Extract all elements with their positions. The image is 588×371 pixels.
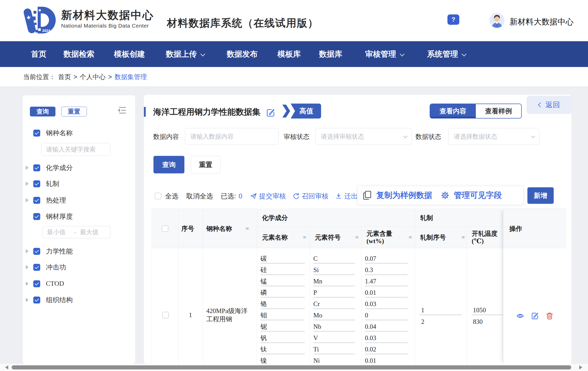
max-value-input[interactable] [80,229,104,236]
element-row: 磷P0.01 [152,287,503,298]
view-row-icon[interactable] [516,312,524,320]
avatar[interactable] [489,13,504,28]
field-label: 钢材厚度 [46,212,73,221]
sidebar-field-chemistry: 化学成分 [26,163,73,172]
sidebar-field-steel-name: 钢种名称 [26,128,73,138]
copy-as-sample-button[interactable]: 复制为样例数据 [376,190,432,201]
sidebar-field-mechanical: 力学性能 [26,247,73,256]
edit-title-icon[interactable] [266,108,275,117]
edit-row-icon[interactable] [531,312,539,320]
expand-icon[interactable] [26,166,31,170]
keyword-search-input[interactable] [41,143,110,156]
breadcrumb-home[interactable]: 首页 [58,73,71,81]
chevron-left-icon [538,102,543,107]
nav-item-audit-manage[interactable]: 审核管理 [365,41,403,67]
expand-icon[interactable] [26,298,31,302]
checkbox-heat[interactable] [33,197,40,204]
checkbox-structure[interactable] [33,297,40,303]
thickness-range-input: - [43,226,110,238]
manage-visible-fields-button[interactable]: 管理可见字段 [454,190,502,201]
sort-icon[interactable] [461,234,465,240]
back-button[interactable]: 返回 [527,96,572,114]
expand-icon[interactable] [26,265,31,269]
recall-audit-button[interactable]: 召回审核 [293,192,329,201]
reset-button[interactable]: 重置 [191,156,221,173]
delete-row-icon[interactable] [546,312,553,320]
element-row: 钼Mo0 [152,310,503,321]
collapse-sidebar-icon[interactable] [117,106,127,114]
gear-icon [440,190,450,200]
download-icon [335,193,342,199]
deselect-all-button[interactable]: 取消全选 [186,192,213,201]
site-logo-icon: 2024 [23,4,57,37]
checkbox-steel-name[interactable] [33,130,40,137]
app: 2024 新材料大数据中心 National Materials Big Dat… [0,0,588,371]
breadcrumb-prefix: 当前位置： [23,73,55,81]
selected-count: 0 [239,192,242,200]
filter-sidebar: 查询 重置 钢种名称 化学成分 轧制 热处理 [23,95,135,364]
sidebar-field-rolling: 轧制 [26,179,59,188]
audit-status-select[interactable]: 请选择审核状态 [315,128,412,145]
checkbox-chemistry[interactable] [33,164,40,171]
nav-item-system-manage[interactable]: 系统管理 [427,41,465,67]
nav-item-data-search[interactable]: 数据检索 [63,41,94,67]
col-elem-symbol-header: 元素符号 [315,233,341,241]
user-name[interactable]: 新材料大数据中心 [510,16,574,27]
element-row: 硅Si0.3 [152,264,503,276]
sidebar-reset-button[interactable]: 重置 [61,107,87,116]
sort-icon[interactable] [355,234,359,240]
sidebar-query-button[interactable]: 查询 [30,107,55,116]
content-filter-input[interactable] [185,128,279,145]
nav-item-template-library[interactable]: 模板库 [277,41,301,67]
scroll-left-arrow-icon[interactable] [3,365,8,369]
checkbox-thickness[interactable] [33,213,40,220]
nav-item-home[interactable]: 首页 [31,41,46,67]
scroll-right-arrow-icon[interactable] [579,365,584,369]
back-label: 返回 [545,100,560,110]
query-button[interactable]: 查询 [153,156,184,173]
header: 2024 新材料大数据中心 National Materials Big Dat… [0,0,588,41]
expand-icon[interactable] [26,182,31,186]
expand-icon[interactable] [26,249,31,253]
sort-icon[interactable] [303,234,306,240]
sort-icon[interactable] [409,234,412,240]
rolling-seq-2: 2 [421,316,424,327]
main-nav: 首页 数据检索 模板创建 数据上传 数据发布 模板库 数据库 审核管理 系统管理 [0,41,588,67]
scrollbar-thumb[interactable] [12,365,571,369]
recall-icon [293,193,299,199]
checkbox-impact[interactable] [33,264,40,271]
checkbox-ctod[interactable] [33,280,40,287]
sort-icon[interactable] [246,225,249,232]
expand-icon[interactable] [26,282,31,286]
high-value-badge: 高值 [282,104,321,119]
element-row: 锰Mn1.47 [152,276,503,287]
field-label: CTOD [46,280,64,288]
checkbox-mechanical[interactable] [33,248,40,255]
add-button[interactable]: 新增 [527,187,554,204]
migrate-out-button[interactable]: 迁出 [335,192,358,201]
view-sample-tab[interactable]: 查看样例 [476,104,521,118]
nav-item-data-upload[interactable]: 数据上传 [166,41,204,67]
breadcrumb-personal-center[interactable]: 个人中心 [80,73,106,81]
operations-column: 操作 [503,209,566,364]
view-content-tab[interactable]: 查看内容 [430,104,476,118]
checkbox-rolling[interactable] [33,180,40,187]
element-row: 镍Ni0.01 [152,355,503,364]
nav-item-template-create[interactable]: 模板创建 [114,41,145,67]
select-all-checkbox[interactable] [155,193,161,199]
data-status-select[interactable]: 请选择数据状态 [448,128,540,145]
select-all-label[interactable]: 全选 [165,192,178,201]
chevron-down-icon [200,52,205,56]
header-checkbox[interactable] [162,225,168,232]
help-icon[interactable]: ? [447,14,459,25]
breadcrumb-current[interactable]: 数据集管理 [115,73,147,81]
nav-item-data-publish[interactable]: 数据发布 [227,41,258,67]
submit-audit-button[interactable]: 提交审核 [250,192,286,201]
expand-icon[interactable] [26,198,31,202]
page-title: 材料数据库系统（在线试用版） [167,16,319,30]
nav-item-database[interactable]: 数据库 [319,41,342,67]
status-filter-label: 数据状态 [415,132,441,141]
min-value-input[interactable] [47,229,71,236]
dataset-panel: 海洋工程用钢力学性能数据集 高值 查看内容 查看样例 数据内容 审核状态 请选择… [144,95,571,364]
badge-chevron-icon [282,104,291,119]
